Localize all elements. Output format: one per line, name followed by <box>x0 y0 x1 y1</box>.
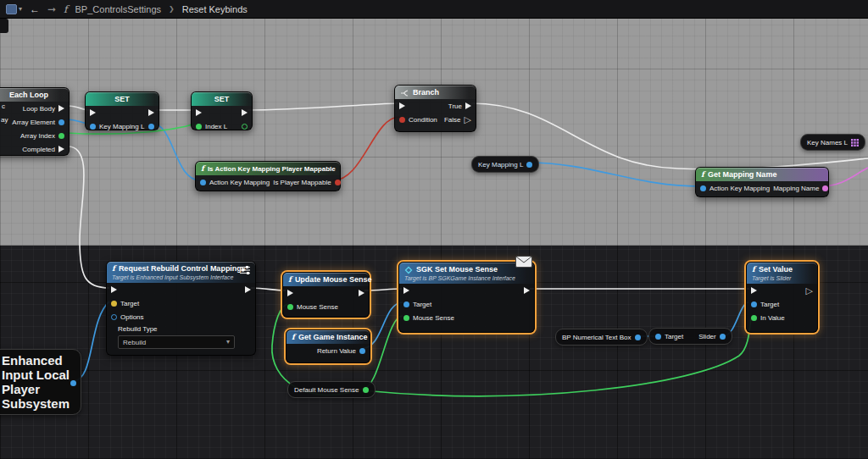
true-label: True <box>448 102 462 110</box>
node-set-index[interactable]: SET Index L <box>191 91 253 130</box>
variable-label: Default Mouse Sense <box>294 386 359 394</box>
rebuild-type-label: Rebuild Type <box>118 325 158 333</box>
node-get-bp-numerical-text-box[interactable]: BP Numerical Text Box <box>555 329 648 346</box>
index-output-pin[interactable] <box>242 124 248 130</box>
function-icon: f <box>201 165 204 173</box>
top-toolbar: ▾ ← ➞ f BP_ControlsSettings ❯ Reset Keyb… <box>0 0 868 19</box>
action-key-mapping-pin[interactable] <box>200 180 206 185</box>
exec-out-pin[interactable] <box>148 109 154 116</box>
completed-exec-pin[interactable] <box>58 146 64 152</box>
in-value-pin[interactable] <box>751 315 757 321</box>
function-icon: f <box>64 4 67 14</box>
condition-pin[interactable] <box>399 117 405 123</box>
pin-row: Loop Body <box>0 102 69 115</box>
exec-in-pin[interactable] <box>111 286 117 293</box>
exec-out-pin[interactable] <box>524 287 530 294</box>
exec-out-pin[interactable] <box>242 109 248 116</box>
function-icon: f <box>112 265 115 273</box>
back-button[interactable]: ← <box>30 4 40 14</box>
pin-row: Target <box>747 297 817 311</box>
key-mapping-output-pin[interactable] <box>148 124 154 130</box>
breadcrumb-blueprint[interactable]: BP_ControlsSettings <box>75 4 162 14</box>
node-title: Each Loop <box>9 91 48 100</box>
function-icon: f <box>292 334 295 341</box>
node-foreach-loop[interactable]: Each Loop Loop Body Array Element Array … <box>0 87 70 156</box>
node-get-mapping-name[interactable]: f Get Mapping Name Action Key Mapping Ma… <box>695 167 829 197</box>
node-update-mouse-sense[interactable]: f Update Mouse Sense Mouse Sense <box>282 272 370 318</box>
return-value-pin[interactable] <box>359 348 365 354</box>
caret-down-icon: ▾ <box>19 6 22 13</box>
exec-out-pin[interactable]: ▷ <box>806 286 813 296</box>
node-get-key-mapping[interactable]: Key Mapping L <box>471 156 539 173</box>
node-get-default-mouse-sense[interactable]: Default Mouse Sense <box>287 381 376 398</box>
function-icon: f <box>701 171 704 179</box>
target-input-pin[interactable] <box>655 334 661 340</box>
slider-output-pin[interactable] <box>720 334 726 340</box>
false-label: False <box>444 116 461 124</box>
node-set-key-mapping[interactable]: SET Key Mapping L <box>85 91 159 130</box>
caret-down-icon: ▾ <box>226 339 230 346</box>
variable-label: Key Mapping L <box>478 161 523 169</box>
pin-row: Rebuild Type <box>107 324 255 335</box>
output-pin[interactable] <box>635 335 641 340</box>
node-title: SGK Set Mouse Sense <box>416 265 498 274</box>
clipped-pin-label: ay <box>1 116 8 124</box>
exec-out-pin[interactable] <box>245 286 251 293</box>
pin-row <box>283 286 369 300</box>
exec-in-pin[interactable] <box>287 290 293 296</box>
loop-body-label: Loop Body <box>23 105 55 113</box>
node-title: Get Game Instance <box>298 333 368 342</box>
node-is-player-mappable[interactable]: f Is Action Key Mapping Player Mappable … <box>195 161 341 191</box>
dropdown-value: Rebuild <box>123 339 146 346</box>
index-label: Index L <box>205 123 227 130</box>
mouse-sense-pin[interactable] <box>287 304 293 310</box>
blueprint-dropdown-button[interactable]: ▾ <box>6 4 22 14</box>
exec-in-pin[interactable] <box>751 287 757 294</box>
target-pin[interactable] <box>403 301 409 307</box>
mapping-name-pin[interactable] <box>822 185 828 191</box>
options-pin[interactable] <box>111 314 117 320</box>
output-pin[interactable] <box>363 387 369 393</box>
node-sgk-set-mouse-sense[interactable]: SGK Set Mouse Sense Target is BP SGKGame… <box>398 262 535 333</box>
node-title: Get Mapping Name <box>708 170 777 180</box>
mouse-sense-pin[interactable] <box>403 315 409 321</box>
output-pin[interactable] <box>70 380 76 386</box>
false-exec-pin[interactable]: ▷ <box>465 115 471 124</box>
is-player-mappable-pin[interactable] <box>335 180 341 185</box>
forward-button[interactable]: ➞ <box>47 4 56 14</box>
action-key-mapping-pin[interactable] <box>700 185 706 191</box>
index-input-pin[interactable] <box>196 124 202 130</box>
node-get-key-names[interactable]: Key Names L <box>800 134 865 151</box>
action-key-mapping-label: Action Key Mapping <box>209 179 270 186</box>
pin-row: Index L <box>192 119 252 133</box>
array-grid-pin[interactable] <box>851 139 859 147</box>
clipped-node-fragment <box>0 19 8 33</box>
pin-row: Target <box>399 297 534 311</box>
breadcrumb-chevron-icon: ❯ <box>169 5 175 13</box>
exec-in-pin[interactable] <box>196 109 202 116</box>
exec-in-pin[interactable] <box>90 109 96 116</box>
rebuild-levels-icon <box>239 265 251 275</box>
target-pin[interactable] <box>751 301 757 307</box>
key-mapping-input-pin[interactable] <box>90 124 96 130</box>
target-pin[interactable] <box>111 301 117 307</box>
true-exec-pin[interactable] <box>465 102 471 109</box>
exec-out-pin[interactable] <box>359 290 364 296</box>
target-label: Target <box>120 300 139 307</box>
node-get-game-instance[interactable]: f Get Game Instance Return Value <box>286 329 370 363</box>
node-branch[interactable]: Branch True Condition False ▷ <box>394 85 476 132</box>
array-element-pin[interactable] <box>58 119 64 125</box>
loop-body-exec-pin[interactable] <box>58 105 64 112</box>
breadcrumb-function[interactable]: Reset Keybinds <box>182 4 248 14</box>
node-set-value[interactable]: f Set Value Target is Slider ▷ Target In… <box>746 262 818 333</box>
exec-in-pin[interactable] <box>403 287 409 294</box>
output-pin[interactable] <box>526 162 532 168</box>
node-get-slider[interactable]: Target Slider <box>648 328 732 345</box>
exec-in-pin[interactable] <box>399 102 405 109</box>
node-request-rebuild[interactable]: f Request Rebuild Control Mappings Targe… <box>106 261 256 356</box>
rebuild-type-dropdown[interactable]: Rebuild ▾ <box>118 335 235 349</box>
mouse-sense-label: Mouse Sense <box>297 303 338 311</box>
pin-row: Mouse Sense <box>399 311 534 324</box>
node-get-enhanced-input-subsystem[interactable]: Enhanced Input Local Player Subsystem <box>0 349 81 415</box>
array-index-pin[interactable] <box>58 133 64 139</box>
